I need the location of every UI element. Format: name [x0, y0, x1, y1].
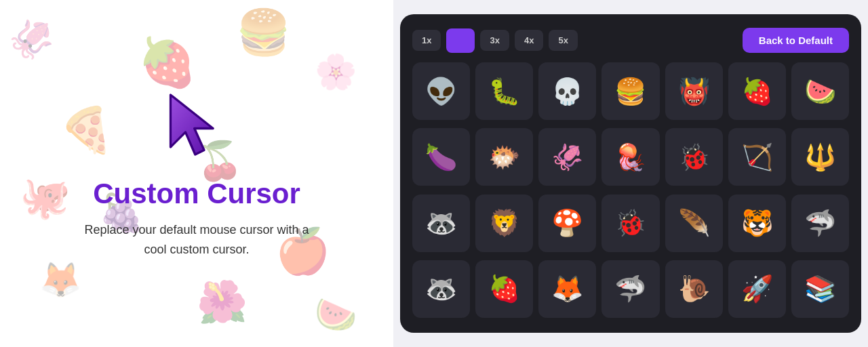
left-content: Custom Cursor Replace your default mouse…: [81, 87, 312, 260]
zoom-4x-button[interactable]: 4x: [515, 30, 543, 51]
cursor-cell-raccoon2[interactable]: 🦝: [412, 260, 470, 318]
app-title: Custom Cursor: [93, 178, 300, 209]
cursor-cell-eggplant[interactable]: 🍆: [412, 128, 470, 186]
cursor-cell-squid[interactable]: 🦑: [538, 128, 596, 186]
svg-marker-0: [171, 95, 214, 155]
cursor-cell-jellyfish[interactable]: 🪼: [601, 128, 659, 186]
cursor-cell-fish[interactable]: 🐡: [475, 128, 533, 186]
cursor-cell-mushroom[interactable]: 🍄: [538, 195, 596, 252]
cursor-cell-lion[interactable]: 🦁: [475, 195, 533, 252]
color-swatch-button[interactable]: [446, 28, 475, 53]
cursor-panel: 1x 3x 4x 5x Back to Default 👽 🐛 💀 🍔 👹 🍓 …: [400, 14, 861, 333]
cursor-cell-alien[interactable]: 👽: [412, 62, 470, 120]
cursor-cell-skull[interactable]: 💀: [538, 62, 596, 120]
cursor-cell-snail[interactable]: 🐌: [665, 260, 723, 318]
zoom-1x-button[interactable]: 1x: [412, 30, 441, 51]
cursor-cell-fox[interactable]: 🦊: [538, 260, 596, 318]
app-subtitle: Replace your default mouse cursor with a…: [81, 220, 312, 260]
cursor-cell-books[interactable]: 📚: [791, 260, 849, 318]
cursor-cell-tiger[interactable]: 🐯: [728, 195, 786, 252]
cursor-cell-rocket[interactable]: 🚀: [728, 260, 786, 318]
cursor-cell-pink-cursor[interactable]: 🏹: [728, 128, 786, 186]
cursor-cell-raccoon[interactable]: 🦝: [412, 195, 470, 252]
zoom-5x-button[interactable]: 5x: [549, 30, 577, 51]
cursor-cell-caterpillar[interactable]: 🐛: [475, 62, 533, 120]
cursor-cell-strawberry[interactable]: 🍓: [728, 62, 786, 120]
cursor-cell-bug[interactable]: 🐞: [601, 195, 659, 252]
cursor-grid: 👽 🐛 💀 🍔 👹 🍓 🍉 🍆 🐡 🦑 🪼 🐞 🏹 🔱 🦝 🦁 🍄 🐞 🪶 🐯 …: [412, 62, 849, 321]
toolbar: 1x 3x 4x 5x Back to Default: [412, 28, 849, 53]
cursor-cell-gold-cursor[interactable]: 🔱: [791, 128, 849, 186]
cursor-cell-shark2[interactable]: 🦈: [601, 260, 659, 318]
cursor-cell-shark[interactable]: 🦈: [791, 195, 849, 252]
cursor-logo-icon: [159, 87, 234, 162]
cursor-cell-burger[interactable]: 🍔: [601, 62, 659, 120]
cursor-cell-watermelon[interactable]: 🍉: [791, 62, 849, 120]
cursor-cell-feather[interactable]: 🪶: [665, 195, 723, 252]
zoom-3x-button[interactable]: 3x: [480, 30, 509, 51]
cursor-cell-strawberry2[interactable]: 🍓: [475, 260, 533, 318]
cursor-cell-ladybug[interactable]: 🐞: [665, 128, 723, 186]
left-panel: 🦑 🍓 🍔 🌸 🐙 🍇 🍎 🦊 🌺 🍒 🍕 🍉 Custom Cursor Re…: [0, 0, 393, 347]
back-to-default-button[interactable]: Back to Default: [743, 28, 849, 53]
right-panel: 1x 3x 4x 5x Back to Default 👽 🐛 💀 🍔 👹 🍓 …: [393, 0, 868, 347]
cursor-cell-ogre[interactable]: 👹: [665, 62, 723, 120]
